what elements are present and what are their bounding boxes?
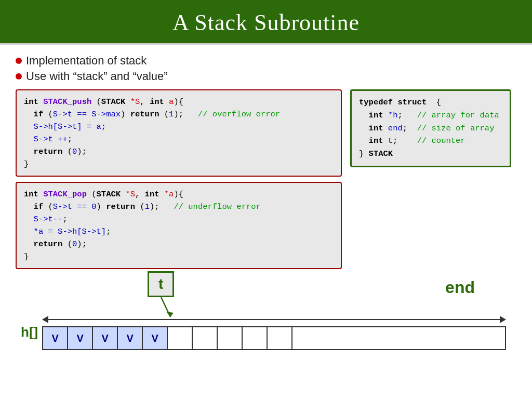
horizontal-arrow [42, 314, 506, 325]
cell-5 [168, 327, 193, 349]
cell-9 [268, 327, 292, 349]
right-column: typedef struct { int *h; // array for da… [350, 89, 516, 167]
cell-1: V [68, 327, 93, 349]
pop-line-1: int STACK_pop (STACK *S, int *a){ [24, 188, 334, 201]
push-line-3: S->h[S->t] = a; [24, 121, 334, 133]
arrow-left-head [42, 316, 48, 323]
typedef-line-1: typedef struct { [359, 96, 502, 109]
array-diagram: t end h[] [16, 271, 516, 350]
push-line-2: if (S->t == S->max) return (1); // overf… [24, 108, 334, 121]
t-indicator: t [148, 271, 174, 297]
bullet-text-2: Use with “stack” and “value” [26, 70, 168, 83]
bullet-text-1: Implementation of stack [26, 54, 147, 68]
typedef-line-3: int end; // size of array [359, 122, 502, 135]
code-area: int STACK_push (STACK *S, int a){ if (S-… [16, 89, 516, 269]
arrow-line [48, 319, 500, 320]
cell-2: V [93, 327, 118, 349]
typedef-line-5: } STACK [359, 148, 502, 161]
cells-arrow-container: V V V V V [42, 314, 506, 350]
bullet-list: Implementation of stack Use with “stack”… [16, 54, 516, 83]
bullet-dot-1 [16, 58, 22, 64]
pop-line-2: if (S->t == 0) return (1); // underflow … [24, 201, 334, 213]
bullet-item-1: Implementation of stack [16, 54, 516, 68]
typedef-line-2: int *h; // array for data [359, 109, 502, 122]
slide-title: A Stack Subroutine [10, 9, 522, 36]
end-label: end [445, 278, 475, 297]
slide-content: Implementation of stack Use with “stack”… [0, 45, 532, 399]
pop-line-6: } [24, 250, 334, 263]
cell-3: V [118, 327, 143, 349]
pop-line-3: S->t--; [24, 213, 334, 225]
push-line-5: return (0); [24, 145, 334, 158]
push-line-4: S->t ++; [24, 133, 334, 145]
push-code-box: int STACK_push (STACK *S, int a){ if (S-… [16, 89, 342, 177]
pop-line-4: *a = S->h[S->t]; [24, 225, 334, 238]
t-label: t [148, 271, 174, 297]
array-cells: V V V V V [42, 326, 506, 350]
cell-4: V [143, 327, 168, 349]
array-row: h[] V V V V V [21, 314, 506, 350]
bullet-dot-2 [16, 73, 22, 79]
push-line-1: int STACK_push (STACK *S, int a){ [24, 96, 334, 108]
slide-header: A Stack Subroutine [0, 0, 532, 45]
cell-6 [193, 327, 218, 349]
bullet-item-2: Use with “stack” and “value” [16, 70, 516, 83]
left-column: int STACK_push (STACK *S, int a){ if (S-… [16, 89, 342, 269]
pop-line-5: return (0); [24, 238, 334, 250]
h-label: h[] [21, 324, 38, 340]
cell-10 [292, 327, 317, 349]
pop-code-box: int STACK_pop (STACK *S, int *a){ if (S-… [16, 182, 342, 269]
cell-8 [243, 327, 268, 349]
cell-0: V [43, 327, 68, 349]
cell-7 [218, 327, 243, 349]
push-line-6: } [24, 158, 334, 170]
typedef-box: typedef struct { int *h; // array for da… [350, 89, 511, 167]
arrow-right-head [500, 316, 506, 323]
typedef-line-4: int t; // counter [359, 135, 502, 148]
